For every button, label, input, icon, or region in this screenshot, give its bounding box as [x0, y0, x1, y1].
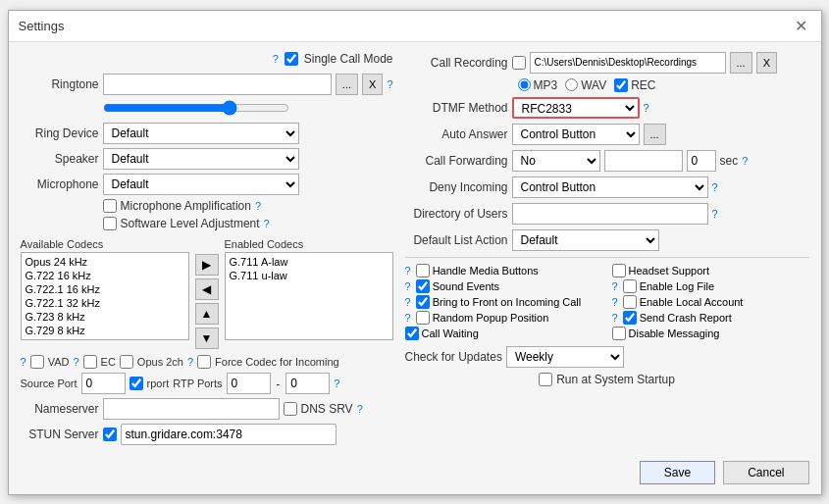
ringtone-browse-button[interactable]: ...: [336, 74, 358, 95]
call-fwd-select[interactable]: No Always: [512, 150, 600, 172]
handle-media-checkbox[interactable]: [416, 264, 430, 277]
list-item[interactable]: G.722 16 kHz: [24, 269, 186, 282]
rtp-help[interactable]: ?: [334, 378, 339, 389]
call-rec-checkbox[interactable]: [512, 56, 526, 70]
list-item[interactable]: G.723 8 kHz: [24, 310, 186, 324]
ring-device-row: Ring Device Default: [21, 123, 393, 144]
wav-radio[interactable]: [565, 78, 578, 91]
headset-support-checkbox[interactable]: [612, 264, 626, 277]
send-crash-help[interactable]: ?: [612, 312, 618, 324]
opus2ch-label: Opus 2ch: [137, 356, 183, 368]
force-codec-checkbox[interactable]: [197, 355, 211, 369]
vad-help[interactable]: ?: [21, 356, 26, 368]
enable-log-checkbox[interactable]: [623, 279, 637, 293]
force-codec-help[interactable]: ?: [187, 356, 193, 368]
rtp-start-input[interactable]: [227, 373, 271, 394]
settings-window: Settings ✕ ? Single Call Mode Ringtone .…: [8, 10, 822, 495]
rec-checkbox[interactable]: [614, 78, 628, 92]
cancel-button[interactable]: Cancel: [723, 461, 808, 484]
force-codec-label: Force Codec for Incoming: [215, 356, 339, 368]
ringtone-clear-button[interactable]: X: [362, 74, 383, 95]
volume-slider[interactable]: [103, 101, 289, 115]
call-waiting-checkbox[interactable]: [405, 327, 419, 340]
call-fwd-sec-input[interactable]: [687, 150, 716, 172]
random-popup-checkbox[interactable]: [416, 311, 430, 325]
mic-amp-checkbox[interactable]: [103, 199, 117, 213]
call-rec-browse-button[interactable]: ...: [730, 52, 752, 74]
enabled-codecs-label: Enabled Codecs: [225, 238, 393, 250]
ring-device-select[interactable]: Default: [103, 123, 299, 144]
auto-answer-more-button[interactable]: ...: [644, 124, 666, 145]
ringtone-help[interactable]: ?: [387, 78, 392, 90]
call-rec-path-input[interactable]: [530, 52, 726, 74]
ringtone-input[interactable]: [103, 74, 332, 95]
vad-checkbox[interactable]: [30, 355, 44, 369]
sound-events-help[interactable]: ?: [405, 280, 411, 292]
enable-log-help[interactable]: ?: [612, 280, 618, 292]
available-codecs-list[interactable]: Opus 24 kHz G.722 16 kHz G.722.1 16 kHz …: [21, 252, 189, 340]
directory-row: Directory of Users ?: [405, 203, 809, 225]
close-button[interactable]: ✕: [791, 17, 811, 35]
codec-up-button[interactable]: ▲: [195, 303, 219, 325]
mic-amp-row: Microphone Amplification ?: [21, 199, 393, 213]
mic-amp-label: Microphone Amplification: [121, 199, 251, 213]
speaker-select[interactable]: Default: [103, 148, 299, 170]
opus2ch-checkbox[interactable]: [120, 355, 133, 369]
call-fwd-number-input[interactable]: [604, 150, 683, 172]
rtp-end-input[interactable]: [285, 373, 330, 394]
call-fwd-help[interactable]: ?: [742, 155, 748, 167]
deny-select[interactable]: Control Button Never Always: [512, 176, 708, 198]
software-level-checkbox[interactable]: [103, 217, 117, 230]
enable-local-checkbox[interactable]: [623, 295, 637, 309]
save-button[interactable]: Save: [640, 461, 715, 484]
single-call-checkbox[interactable]: [285, 52, 298, 66]
mp3-radio[interactable]: [518, 78, 531, 91]
dtmf-help[interactable]: ?: [644, 102, 649, 114]
codec-down-button[interactable]: ▼: [195, 328, 219, 349]
single-call-help[interactable]: ?: [273, 53, 279, 65]
list-item[interactable]: Opus 24 kHz: [24, 255, 186, 269]
deny-help[interactable]: ?: [712, 181, 718, 193]
list-item[interactable]: G.729 8 kHz: [24, 324, 186, 337]
call-rec-clear-button[interactable]: X: [756, 52, 777, 74]
send-crash-checkbox[interactable]: [623, 311, 637, 325]
microphone-select[interactable]: Default: [103, 174, 299, 195]
bring-to-front-checkbox[interactable]: [416, 295, 430, 309]
dtmf-select[interactable]: RFC2833 INFO Both: [512, 97, 640, 119]
run-startup-checkbox[interactable]: [539, 373, 552, 386]
list-item[interactable]: G.711 u-law: [228, 269, 390, 282]
nameserver-help[interactable]: ?: [357, 403, 363, 415]
ec-help[interactable]: ?: [73, 356, 78, 368]
bring-to-front-help[interactable]: ?: [405, 296, 411, 308]
stun-input[interactable]: [121, 424, 337, 445]
source-port-input[interactable]: 0: [81, 373, 126, 394]
default-list-select[interactable]: Default: [512, 229, 659, 251]
directory-label: Directory of Users: [405, 207, 508, 221]
nameserver-input[interactable]: [103, 398, 280, 420]
call-waiting-row: Call Waiting: [405, 327, 602, 340]
enable-local-help[interactable]: ?: [612, 296, 618, 308]
software-level-help[interactable]: ?: [264, 218, 270, 229]
ec-checkbox[interactable]: [83, 355, 97, 369]
dtmf-label: DTMF Method: [405, 101, 508, 115]
enabled-codecs-list[interactable]: G.711 A-law G.711 u-law: [225, 252, 393, 340]
random-popup-help[interactable]: ?: [405, 312, 411, 324]
auto-answer-select[interactable]: Control Button Never Always: [512, 124, 640, 145]
stun-checkbox[interactable]: [103, 428, 117, 441]
dns-srv-checkbox[interactable]: [284, 402, 297, 416]
check-updates-select[interactable]: Weekly Daily Monthly Never: [506, 346, 624, 368]
codec-remove-button[interactable]: ◀: [195, 278, 219, 300]
rport-checkbox[interactable]: [130, 377, 143, 390]
list-item[interactable]: G.711 A-law: [228, 255, 390, 269]
codec-add-button[interactable]: ▶: [195, 254, 219, 276]
list-item[interactable]: G.722.1 16 kHz: [24, 282, 186, 296]
list-item[interactable]: G.722.1 32 kHz: [24, 296, 186, 310]
sound-events-checkbox[interactable]: [416, 279, 430, 293]
run-startup-label: Run at System Startup: [556, 373, 675, 386]
handle-media-help[interactable]: ?: [405, 265, 411, 277]
disable-messaging-checkbox[interactable]: [612, 327, 626, 340]
directory-input[interactable]: [512, 203, 708, 225]
mic-amp-help[interactable]: ?: [255, 200, 261, 212]
directory-help[interactable]: ?: [712, 208, 718, 220]
list-item[interactable]: GSM 8 kHz: [24, 337, 186, 340]
